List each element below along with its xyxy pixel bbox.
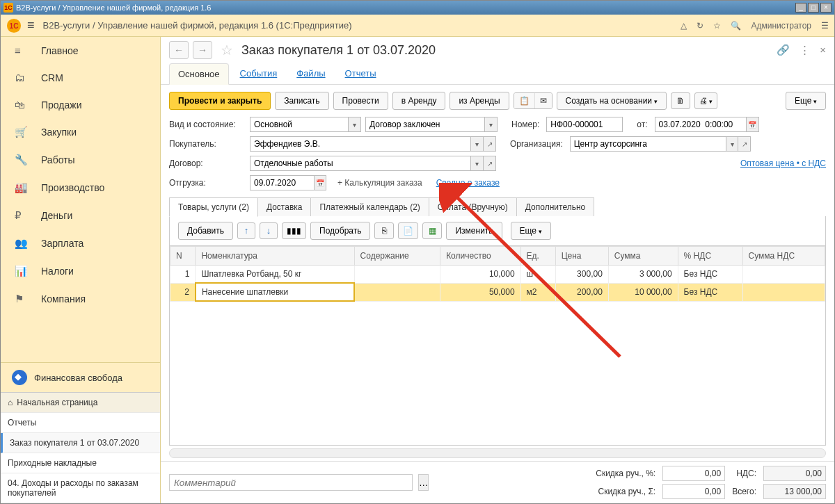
sidebar-item-6[interactable]: ₽Деньги	[1, 202, 160, 229]
maximize-button[interactable]: □	[808, 3, 819, 13]
attach-icon[interactable]: 📋	[514, 93, 535, 108]
more-button[interactable]: Еще	[786, 92, 826, 110]
items-table[interactable]: NНоменклатураСодержаниеКоличествоЕд.Цена…	[170, 246, 825, 302]
report-icon-button[interactable]: 🗎	[671, 92, 690, 109]
bell-icon[interactable]: △	[681, 21, 687, 31]
sidebar-item-8[interactable]: 📊Налоги	[1, 257, 160, 285]
col-header[interactable]: N	[170, 247, 196, 266]
mail-icon[interactable]: ✉	[535, 93, 552, 108]
open-doc-2[interactable]: Приходные накладные	[1, 453, 160, 473]
sidebar-item-3[interactable]: 🛒Закупки	[1, 118, 160, 146]
post-and-close-button[interactable]: Провести и закрыть	[169, 92, 271, 110]
star-icon[interactable]: ☆	[713, 21, 721, 31]
move-down-button[interactable]: ↓	[260, 222, 278, 239]
sub-tab-1[interactable]: Доставка	[257, 197, 312, 217]
org-open-icon[interactable]: ↗	[738, 136, 750, 152]
to-rent-button[interactable]: в Аренду	[392, 92, 446, 110]
barcode-icon[interactable]: ▮▮▮	[282, 222, 306, 239]
contract-dropdown-icon[interactable]: ▾	[471, 156, 484, 171]
pick-button[interactable]: Подобрать	[310, 222, 370, 240]
grid-more-button[interactable]: Еще	[511, 222, 551, 240]
price-type-link[interactable]: Оптовая цена • с НДС	[740, 158, 826, 168]
top-tab-3[interactable]: Отчеты	[337, 63, 385, 84]
col-header[interactable]: Сумма НДС	[742, 247, 825, 266]
close-doc-icon[interactable]: ×	[820, 44, 826, 56]
col-header[interactable]: Ед.	[520, 247, 555, 266]
state-input[interactable]	[365, 117, 485, 132]
kebab-icon[interactable]: ⋮	[800, 44, 810, 56]
hamburger-icon[interactable]: ≡	[27, 18, 35, 33]
sidebar-item-finfree[interactable]: Финансовая свобода	[1, 362, 160, 392]
horizontal-scrollbar[interactable]	[169, 448, 826, 458]
minimize-button[interactable]: _	[795, 3, 806, 13]
open-doc-3[interactable]: 04. Доходы и расходы по заказам покупате…	[1, 473, 160, 503]
sidebar-item-4[interactable]: 🔧Работы	[1, 146, 160, 174]
ship-date-input[interactable]	[250, 175, 315, 190]
sidebar-item-0[interactable]: ≡Главное	[1, 37, 160, 64]
type-input[interactable]	[250, 117, 349, 132]
summary-link[interactable]: Сводно о заказе	[436, 178, 500, 188]
sub-tab-4[interactable]: Дополнительно	[516, 197, 594, 217]
state-dropdown-icon[interactable]: ▾	[485, 117, 498, 132]
print-button[interactable]: 🖨	[694, 92, 718, 109]
type-dropdown-icon[interactable]: ▾	[349, 117, 361, 132]
org-input[interactable]	[570, 136, 726, 152]
top-tab-0[interactable]: Основное	[169, 63, 229, 85]
write-button[interactable]: Записать	[275, 92, 328, 110]
org-dropdown-icon[interactable]: ▾	[726, 136, 738, 152]
move-up-button[interactable]: ↑	[237, 222, 255, 239]
ship-calendar-icon[interactable]: 📅	[315, 175, 326, 190]
buyer-open-icon[interactable]: ↗	[484, 136, 496, 152]
options-icon[interactable]: ☰	[821, 21, 829, 31]
date-calendar-icon[interactable]: 📅	[747, 117, 759, 132]
nav-fwd-button[interactable]: →	[193, 41, 212, 59]
col-header[interactable]: Цена	[555, 247, 608, 266]
post-button[interactable]: Провести	[333, 92, 388, 110]
paste-icon[interactable]: 📄	[398, 222, 418, 239]
sidebar-item-5[interactable]: 🏭Производство	[1, 174, 160, 202]
buyer-dropdown-icon[interactable]: ▾	[471, 136, 484, 152]
link-icon[interactable]: 🔗	[777, 44, 790, 56]
edit-button[interactable]: Изменить	[446, 222, 502, 240]
disc-sum-value[interactable]: 0,00	[662, 484, 725, 499]
col-header[interactable]: % НДС	[678, 247, 742, 266]
favorite-star-icon[interactable]: ☆	[221, 42, 233, 58]
date-input[interactable]	[655, 117, 747, 132]
contract-open-icon[interactable]: ↗	[484, 156, 496, 171]
disc-pct-value[interactable]: 0,00	[662, 466, 725, 481]
search-icon[interactable]: 🔍	[731, 21, 741, 31]
close-button[interactable]: ×	[820, 3, 832, 13]
sub-tab-3[interactable]: Оплата (Вручную)	[429, 197, 517, 217]
from-rent-button[interactable]: из Аренды	[450, 92, 509, 110]
nav-back-button[interactable]: ←	[169, 41, 189, 59]
buyer-input[interactable]	[250, 136, 471, 152]
copy-icon[interactable]: ⎘	[374, 222, 394, 239]
open-doc-1[interactable]: Заказ покупателя 1 от 03.07.2020	[1, 433, 160, 453]
contract-input[interactable]	[250, 156, 471, 171]
admin-label[interactable]: Администратор	[751, 21, 811, 31]
grid-icon[interactable]: ▦	[422, 222, 442, 239]
create-based-button[interactable]: Создать на основании	[557, 92, 667, 110]
sidebar-item-2[interactable]: 🛍Продажи	[1, 91, 160, 118]
col-header[interactable]: Сумма	[608, 247, 678, 266]
home-page-link[interactable]: ⌂ Начальная страница	[1, 393, 160, 413]
table-row[interactable]: 1Шпатлевка Ротбанд, 50 кг10,000ш300,003 …	[170, 266, 825, 284]
number-input[interactable]	[546, 117, 623, 132]
sub-tab-0[interactable]: Товары, услуги (2)	[169, 197, 258, 217]
comment-expand-icon[interactable]: …	[418, 474, 429, 491]
calc-link[interactable]: + Калькуляция заказа	[337, 178, 422, 188]
col-header[interactable]: Номенклатура	[196, 247, 354, 266]
sub-tab-2[interactable]: Платежный календарь (2)	[310, 197, 429, 217]
sidebar-item-7[interactable]: 👥Зарплата	[1, 229, 160, 257]
sidebar-item-9[interactable]: ⚑Компания	[1, 285, 160, 313]
top-tab-1[interactable]: События	[232, 63, 286, 84]
table-row[interactable]: 2Нанесение шпатлевки50,000м2200,0010 000…	[170, 283, 825, 301]
add-row-button[interactable]: Добавить	[178, 222, 233, 240]
comment-input[interactable]	[169, 474, 413, 491]
col-header[interactable]: Содержание	[354, 247, 440, 266]
open-doc-0[interactable]: Отчеты	[1, 413, 160, 433]
sidebar-item-1[interactable]: 🗂CRM	[1, 64, 160, 91]
top-tab-2[interactable]: Файлы	[288, 63, 333, 84]
history-icon[interactable]: ↻	[697, 21, 703, 31]
col-header[interactable]: Количество	[440, 247, 520, 266]
